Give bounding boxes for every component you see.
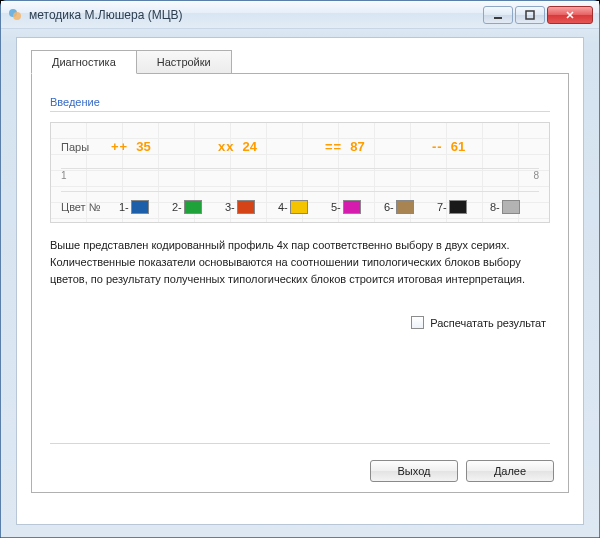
color-item-2: 2- [172,200,221,214]
pairs-row: Пары ++ 35 xx 24 == 87 -- 6 [61,131,539,168]
color-item-4: 4- [278,200,327,214]
next-button[interactable]: Далее [466,460,554,482]
color-num: 5- [331,201,341,213]
color-item-5: 5- [331,200,380,214]
client-area: Диагностика Настройки Введение Пары ++ 3… [16,37,584,525]
svg-point-1 [13,12,21,20]
axis-left: 1 [61,170,67,181]
pair-item-2: xx 24 [218,139,325,154]
color-row-label: Цвет № [61,201,119,213]
tab-bar: Диагностика Настройки [31,50,569,73]
pair-symbol: ++ [111,139,128,154]
svg-rect-2 [494,17,502,19]
color-swatch [290,200,308,214]
exit-button[interactable]: Выход [370,460,458,482]
window-title: методика М.Люшера (МЦВ) [29,8,483,22]
color-swatch [184,200,202,214]
description-text: Выше представлен кодированный профиль 4х… [50,237,550,288]
color-swatch [343,200,361,214]
color-swatch [237,200,255,214]
minimize-button[interactable] [483,6,513,24]
window-controls [483,6,593,24]
divider [50,443,550,444]
pair-symbol: == [325,139,342,154]
pair-symbol: -- [432,139,443,154]
pair-item-3: == 87 [325,139,432,154]
axis-right: 8 [533,170,539,181]
svg-rect-3 [526,11,534,19]
color-items: 1-2-3-4-5-6-7-8- [119,200,539,214]
print-checkbox-row: Распечатать результат [50,316,550,329]
color-num: 2- [172,201,182,213]
color-num: 3- [225,201,235,213]
dialog-buttons: Выход Далее [370,460,554,482]
tab-diagnostics[interactable]: Диагностика [31,50,137,74]
pair-value: 24 [242,139,256,154]
color-item-1: 1- [119,200,168,214]
section-heading: Введение [50,96,550,108]
maximize-button[interactable] [515,6,545,24]
color-row: Цвет № 1-2-3-4-5-6-7-8- [61,191,539,216]
color-item-7: 7- [437,200,486,214]
axis-row: 1 8 [61,168,539,191]
color-swatch [396,200,414,214]
color-item-8: 8- [490,200,539,214]
pairs-label: Пары [61,141,111,153]
color-swatch [502,200,520,214]
color-num: 4- [278,201,288,213]
profile-grid: Пары ++ 35 xx 24 == 87 -- 6 [50,122,550,223]
tab-panel: Введение Пары ++ 35 xx 24 == 87 [31,73,569,493]
titlebar: методика М.Люшера (МЦВ) [1,1,599,29]
app-window: методика М.Люшера (МЦВ) Диагностика Наст… [0,0,600,538]
pair-item-4: -- 61 [432,139,539,154]
pair-value: 35 [136,139,150,154]
color-swatch [449,200,467,214]
tab-settings[interactable]: Настройки [136,50,232,73]
divider [50,111,550,112]
color-swatch [131,200,149,214]
color-num: 7- [437,201,447,213]
color-num: 6- [384,201,394,213]
print-checkbox[interactable] [411,316,424,329]
pair-symbol: xx [218,139,234,154]
pair-value: 87 [350,139,364,154]
pair-value: 61 [451,139,465,154]
color-num: 8- [490,201,500,213]
print-checkbox-label: Распечатать результат [430,317,546,329]
pair-item-1: ++ 35 [111,139,218,154]
app-icon [7,7,23,23]
close-button[interactable] [547,6,593,24]
color-item-3: 3- [225,200,274,214]
color-num: 1- [119,201,129,213]
color-item-6: 6- [384,200,433,214]
